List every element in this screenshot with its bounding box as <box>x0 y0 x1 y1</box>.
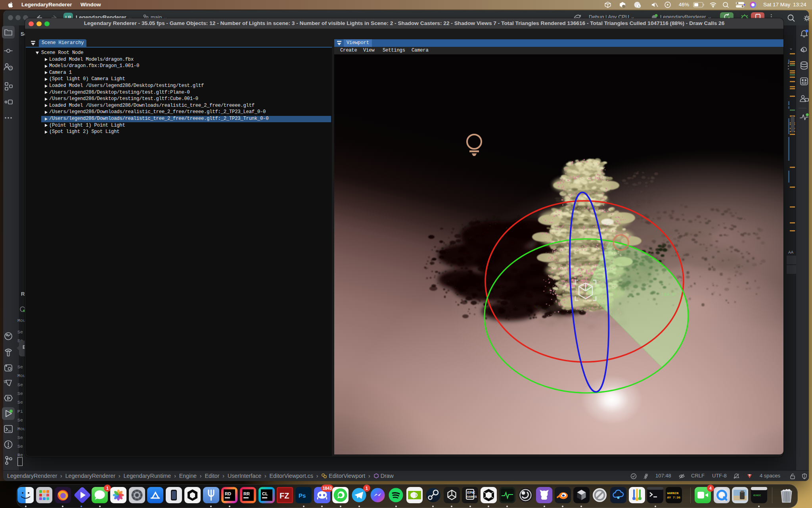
svg-text:WARNIN: WARNIN <box>667 491 679 495</box>
svg-text:Ps: Ps <box>299 492 306 499</box>
svg-text:AY 7:36: AY 7:36 <box>667 496 681 499</box>
svg-text:114.0°: 114.0° <box>661 292 677 297</box>
svg-text:CL: CL <box>262 491 268 496</box>
svg-text:EPIC: EPIC <box>467 491 475 495</box>
svg-text:1: 1 <box>638 4 640 8</box>
svg-text:RR: RR <box>243 491 250 496</box>
svg-text:FZ: FZ <box>280 491 289 500</box>
svg-text:?: ? <box>10 66 12 70</box>
svg-text:RD: RD <box>225 491 231 496</box>
svg-text:GAMES: GAMES <box>467 495 477 498</box>
svg-text:exec: exec <box>753 493 761 497</box>
